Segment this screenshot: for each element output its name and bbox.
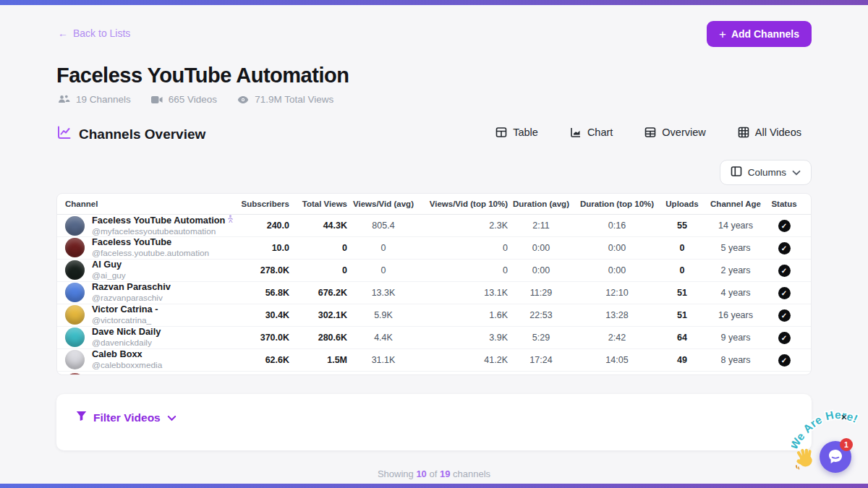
total-views-cell: 1.5M <box>289 355 347 365</box>
tab-all-videos[interactable]: All Videos <box>738 127 801 138</box>
filter-videos-toggle[interactable]: Filter Videos <box>76 411 176 424</box>
views-avg-cell: 805.4 <box>347 221 420 231</box>
table-row[interactable]: Dave Nick Daily @davenickdaily 370.0K 28… <box>57 327 811 349</box>
table-row[interactable]: AI Guy @ai_guy 278.0K 0 0 0 0:00 0:00 0 … <box>57 260 811 282</box>
plus-icon: + <box>719 28 726 40</box>
status-cell: ✓ <box>767 309 801 322</box>
verified-check-icon: ✓ <box>778 354 791 367</box>
footer-shown-count: 10 <box>416 468 426 479</box>
channel-avatar <box>65 350 85 369</box>
uploads-cell: 0 <box>660 265 705 275</box>
section-title: Channels Overview <box>56 125 205 144</box>
verified-check-icon: ✓ <box>778 265 791 277</box>
col-header-status[interactable]: Status <box>767 200 801 208</box>
tab-chart-label: Chart <box>587 127 613 138</box>
table-icon <box>495 127 507 138</box>
columns-button[interactable]: Columns <box>720 160 812 185</box>
columns-row: Columns <box>720 160 812 185</box>
col-header-channel-age[interactable]: Channel Age <box>705 200 767 208</box>
channels-table: Channel Subscribers Total Views Views/Vi… <box>56 193 812 375</box>
footer-prefix: Showing <box>378 468 414 479</box>
line-chart-icon <box>56 125 72 144</box>
channel-name: Caleb Boxx <box>92 349 142 360</box>
bottom-gradient-bar <box>0 484 868 488</box>
channel-name: Razvan Paraschiv <box>92 282 171 293</box>
table-row-partial[interactable] <box>57 372 811 375</box>
subscribers-cell: 240.0 <box>237 221 289 231</box>
views-avg-cell: 4.4K <box>347 333 420 343</box>
back-link-label: Back to Lists <box>73 27 130 39</box>
total-views-cell: 302.1K <box>289 310 347 320</box>
table-row[interactable]: Caleb Boxx @calebboxxmedia 62.6K 1.5M 31… <box>57 349 811 372</box>
channel-cell[interactable]: Faceless YouTube Automation @myfacelessy… <box>65 215 237 236</box>
stat-channels: 19 Channels <box>58 94 131 105</box>
tab-overview[interactable]: Overview <box>644 127 705 138</box>
duration-top-cell: 0:00 <box>574 265 660 275</box>
table-row[interactable]: Faceless YouTube Automation @myfacelessy… <box>57 215 811 237</box>
verified-check-icon: ✓ <box>778 332 791 344</box>
filter-videos-label: Filter Videos <box>93 411 161 424</box>
duration-top-cell: 14:05 <box>574 355 660 365</box>
channel-name: Dave Nick Daily <box>92 327 161 338</box>
total-views-cell: 0 <box>289 265 347 275</box>
channel-name: Faceless YouTube Automation <box>92 215 225 226</box>
channel-name: Victor Catrina - <box>92 304 158 315</box>
duration-top-cell: 0:16 <box>574 221 660 231</box>
col-header-subscribers[interactable]: Subscribers <box>237 200 289 208</box>
duration-avg-cell: 5:29 <box>508 333 574 343</box>
tab-chart[interactable]: Chart <box>570 127 613 138</box>
col-header-uploads[interactable]: Uploads <box>660 200 705 208</box>
views-top-cell: 0 <box>420 243 508 253</box>
channel-cell[interactable]: Victor Catrina - @victorcatrina_ <box>65 304 237 325</box>
channel-age-cell: 4 years <box>705 288 767 298</box>
col-header-total-views[interactable]: Total Views <box>289 200 347 208</box>
views-avg-cell: 5.9K <box>347 310 420 320</box>
col-header-duration-avg[interactable]: Duration (avg) <box>508 200 574 208</box>
uploads-cell: 51 <box>660 288 705 298</box>
col-header-views-top[interactable]: Views/Vid (top 10%) <box>420 200 508 208</box>
columns-icon <box>731 166 742 179</box>
col-header-duration-top[interactable]: Duration (top 10%) <box>574 200 660 208</box>
table-row[interactable]: Faceless YouTube @faceless.youtube.autom… <box>57 237 811 260</box>
top-gradient-bar <box>0 0 868 5</box>
channel-cell[interactable]: Caleb Boxx @calebboxxmedia <box>65 349 237 370</box>
list-stats: 19 Channels 665 Videos 71.9M Total Views <box>58 94 333 105</box>
chat-unread-badge: 1 <box>840 438 853 451</box>
stat-views-label: 71.9M Total Views <box>255 94 333 105</box>
footer-suffix: channels <box>453 468 490 479</box>
stat-views: 71.9M Total Views <box>237 94 333 105</box>
total-views-cell: 676.2K <box>289 288 347 298</box>
back-to-lists-link[interactable]: ← Back to Lists <box>58 27 130 39</box>
channel-handle: @myfacelessyoutubeautomation <box>92 226 216 236</box>
status-cell: ✓ <box>767 332 801 344</box>
duration-top-cell: 0:00 <box>574 243 660 253</box>
col-header-views-avg[interactable]: Views/Vid (avg) <box>347 200 420 208</box>
verified-check-icon: ✓ <box>778 309 791 322</box>
uploads-cell: 64 <box>660 333 705 343</box>
views-top-cell: 1.6K <box>420 310 508 320</box>
channel-avatar <box>65 328 85 347</box>
verified-check-icon: ✓ <box>778 242 791 254</box>
add-channels-button[interactable]: + Add Channels <box>707 21 812 47</box>
tab-table[interactable]: Table <box>495 127 538 138</box>
uploads-cell: 0 <box>660 243 705 253</box>
col-header-channel[interactable]: Channel <box>65 200 237 208</box>
tab-table-label: Table <box>513 127 538 138</box>
channel-name: AI Guy <box>92 260 122 270</box>
channel-cell[interactable]: Dave Nick Daily @davenickdaily <box>65 327 237 348</box>
channel-age-cell: 16 years <box>705 310 767 320</box>
chat-close-icon[interactable]: × <box>838 411 851 423</box>
table-row[interactable]: Razvan Paraschiv @razvanparaschiv 56.8K … <box>57 282 811 304</box>
subscribers-cell: 10.0 <box>237 243 289 253</box>
table-row[interactable]: Victor Catrina - @victorcatrina_ 30.4K 3… <box>57 304 811 327</box>
video-camera-icon <box>151 95 163 104</box>
duration-top-cell: 2:42 <box>574 333 660 343</box>
add-channels-label: Add Channels <box>731 28 799 40</box>
channel-cell[interactable]: AI Guy @ai_guy <box>65 260 237 281</box>
duration-top-cell: 12:10 <box>574 288 660 298</box>
arrow-left-icon: ← <box>58 27 68 39</box>
channel-cell[interactable]: Razvan Paraschiv @razvanparaschiv <box>65 282 237 303</box>
channel-age-cell: 8 years <box>705 355 767 365</box>
channel-avatar <box>65 238 85 257</box>
channel-cell[interactable]: Faceless YouTube @faceless.youtube.autom… <box>65 237 237 258</box>
